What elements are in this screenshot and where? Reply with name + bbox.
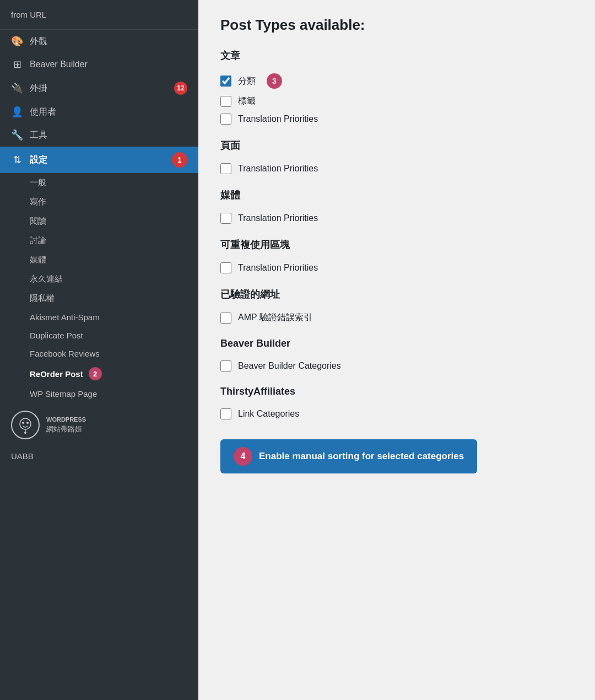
- checkbox-category-label[interactable]: 分類: [238, 76, 256, 87]
- sidebar-item-uabb[interactable]: UABB: [0, 447, 198, 465]
- checkbox-tags[interactable]: [220, 96, 231, 107]
- svg-point-0: [20, 418, 31, 429]
- sidebar-item-label: Beaver Builder: [30, 60, 187, 69]
- submenu-reading[interactable]: 閱讀: [0, 212, 198, 231]
- sidebar: from URL 🎨 外觀 ⊞ Beaver Builder 🔌 外掛 12 👤…: [0, 0, 198, 700]
- reorder-post-badge: 2: [89, 367, 102, 380]
- checkbox-category[interactable]: [220, 76, 231, 87]
- page-title: Post Types available:: [220, 17, 573, 34]
- main-content: Post Types available: 文章 分類 3 標籤 Transla…: [198, 0, 595, 700]
- sidebar-item-users[interactable]: 👤 使用者: [0, 100, 198, 123]
- section-beaver-builder: Beaver Builder Beaver Builder Categories: [220, 338, 573, 375]
- submenu-akismet[interactable]: Akismet Anti-Spam: [0, 308, 198, 326]
- submenu-facebook-reviews[interactable]: Facebook Reviews: [0, 344, 198, 363]
- wp-logo: [11, 411, 40, 439]
- sidebar-item-label: 工具: [30, 130, 187, 141]
- checkbox-row-tags: 標籤: [220, 92, 573, 110]
- checkbox-bb-categories-label[interactable]: Beaver Builder Categories: [238, 361, 341, 371]
- submenu-discussion[interactable]: 討論: [0, 231, 198, 250]
- checkbox-row-translation-reusable: Translation Priorities: [220, 259, 573, 277]
- sidebar-item-label: 使用者: [30, 106, 187, 118]
- section-verified-url: 已驗證的網址 AMP 驗證錯誤索引: [220, 288, 573, 327]
- section-thirsty-affiliates-label: ThirstyAffiliates: [220, 386, 573, 397]
- checkbox-translation-article[interactable]: [220, 114, 231, 125]
- checkbox-translation-article-label[interactable]: Translation Priorities: [238, 114, 318, 124]
- category-step-badge: 3: [267, 73, 282, 89]
- submenu-reorder-post[interactable]: ReOrder Post 2: [0, 363, 198, 385]
- section-reusable-blocks: 可重複使用區塊 Translation Priorities: [220, 238, 573, 277]
- enable-btn-label: Enable manual sorting for selected categ…: [259, 451, 464, 462]
- section-media-label: 媒體: [220, 189, 573, 202]
- svg-point-3: [24, 432, 26, 434]
- submenu-privacy[interactable]: 隱私權: [0, 289, 198, 308]
- submenu-media[interactable]: 媒體: [0, 250, 198, 270]
- sidebar-item-label: 外觀: [30, 36, 187, 47]
- uabb-label: UABB: [11, 451, 34, 461]
- section-article-label: 文章: [220, 49, 573, 62]
- sidebar-item-label: 設定: [30, 154, 165, 166]
- section-reusable-label: 可重複使用區塊: [220, 238, 573, 251]
- sidebar-item-label: 外掛: [30, 83, 167, 94]
- plugins-icon: 🔌: [11, 82, 23, 94]
- settings-step-badge: 1: [172, 152, 187, 168]
- section-page-label: 頁面: [220, 139, 573, 152]
- checkbox-translation-media-label[interactable]: Translation Priorities: [238, 213, 318, 223]
- checkbox-row-translation-page: Translation Priorities: [220, 160, 573, 177]
- checkbox-link-categories-label[interactable]: Link Categories: [238, 409, 299, 419]
- beaver-builder-icon: ⊞: [11, 58, 23, 71]
- sidebar-from-url-label: from URL: [11, 10, 46, 19]
- enable-button-row: 4 Enable manual sorting for selected cat…: [220, 439, 573, 473]
- settings-submenu: 一般 寫作 閱讀 討論 媒體 永久連結 隱私權 Akismet Anti-Spa…: [0, 173, 198, 403]
- section-thirsty-affiliates: ThirstyAffiliates Link Categories: [220, 386, 573, 423]
- checkbox-row-translation-media: Translation Priorities: [220, 209, 573, 227]
- sidebar-item-beaver-builder[interactable]: ⊞ Beaver Builder: [0, 53, 198, 76]
- sidebar-item-settings[interactable]: ⇅ 設定 1: [0, 147, 198, 173]
- submenu-wp-sitemap[interactable]: WP Sitemap Page: [0, 385, 198, 403]
- checkbox-row-category: 分類 3: [220, 70, 573, 92]
- sidebar-item-plugins[interactable]: 🔌 外掛 12: [0, 76, 198, 100]
- checkbox-row-amp-error: AMP 驗證錯誤索引: [220, 309, 573, 327]
- checkbox-translation-page[interactable]: [220, 163, 231, 174]
- svg-point-1: [22, 422, 24, 424]
- checkbox-row-bb-categories: Beaver Builder Categories: [220, 357, 573, 375]
- section-verified-label: 已驗證的網址: [220, 288, 573, 301]
- enable-manual-sorting-button[interactable]: 4 Enable manual sorting for selected cat…: [220, 439, 477, 473]
- users-icon: 👤: [11, 106, 23, 118]
- checkbox-translation-reusable[interactable]: [220, 262, 231, 273]
- sidebar-item-appearance[interactable]: 🎨 外觀: [0, 30, 198, 53]
- plugins-badge: 12: [174, 82, 187, 95]
- sidebar-from-url[interactable]: from URL: [0, 0, 198, 30]
- sidebar-nav: 🎨 外觀 ⊞ Beaver Builder 🔌 外掛 12 👤 使用者 🔧 工具…: [0, 30, 198, 173]
- section-media: 媒體 Translation Priorities: [220, 189, 573, 227]
- checkbox-tags-label[interactable]: 標籤: [238, 95, 256, 107]
- submenu-writing[interactable]: 寫作: [0, 192, 198, 212]
- section-beaver-builder-label: Beaver Builder: [220, 338, 573, 349]
- section-article: 文章 分類 3 標籤 Translation Priorities: [220, 49, 573, 128]
- checkbox-translation-media[interactable]: [220, 213, 231, 224]
- submenu-general[interactable]: 一般: [0, 173, 198, 192]
- settings-icon: ⇅: [11, 154, 23, 166]
- wp-logo-text: WORDPRESS 網站帶路姬: [46, 416, 86, 434]
- appearance-icon: 🎨: [11, 35, 23, 47]
- sidebar-item-tools[interactable]: 🔧 工具: [0, 123, 198, 147]
- section-page: 頁面 Translation Priorities: [220, 139, 573, 177]
- checkbox-amp-error[interactable]: [220, 313, 231, 324]
- checkbox-translation-reusable-label[interactable]: Translation Priorities: [238, 263, 318, 273]
- sidebar-active-arrow: [192, 154, 198, 165]
- enable-btn-badge: 4: [234, 447, 252, 466]
- wp-branding: WORDPRESS 網站帶路姬: [0, 403, 198, 447]
- checkbox-row-translation-article: Translation Priorities: [220, 110, 573, 128]
- submenu-duplicate-post[interactable]: Duplicate Post: [0, 326, 198, 344]
- checkbox-translation-page-label[interactable]: Translation Priorities: [238, 164, 318, 174]
- checkbox-amp-error-label[interactable]: AMP 驗證錯誤索引: [238, 312, 312, 324]
- svg-point-2: [26, 422, 29, 424]
- submenu-permalink[interactable]: 永久連結: [0, 270, 198, 289]
- checkbox-row-link-categories: Link Categories: [220, 405, 573, 423]
- checkbox-bb-categories[interactable]: [220, 360, 231, 371]
- checkbox-link-categories[interactable]: [220, 408, 231, 419]
- tools-icon: 🔧: [11, 129, 23, 141]
